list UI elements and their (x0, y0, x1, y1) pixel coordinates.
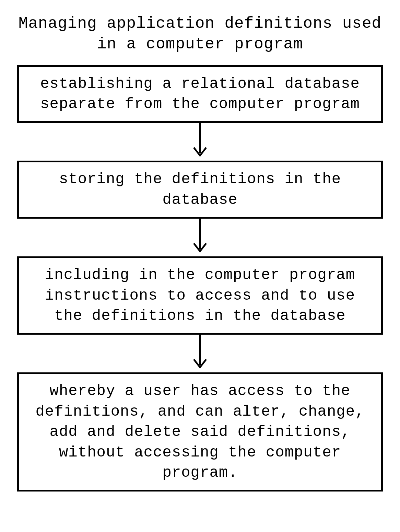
arrow-3 (190, 335, 210, 372)
flowchart-step-2: storing the definitions in the database (17, 161, 383, 219)
flowchart-step-1: establishing a relational database separ… (17, 65, 383, 123)
arrow-2 (190, 219, 210, 256)
arrow-down-icon (190, 219, 210, 256)
flowchart-step-3: including in the computer program instru… (17, 256, 383, 335)
flowchart-container: Managing application definitions used in… (17, 14, 383, 491)
diagram-title: Managing application definitions used in… (17, 14, 383, 55)
arrow-down-icon (190, 335, 210, 372)
arrow-1 (190, 123, 210, 161)
arrow-down-icon (190, 123, 210, 161)
flowchart-step-4: whereby a user has access to the definit… (17, 372, 383, 491)
